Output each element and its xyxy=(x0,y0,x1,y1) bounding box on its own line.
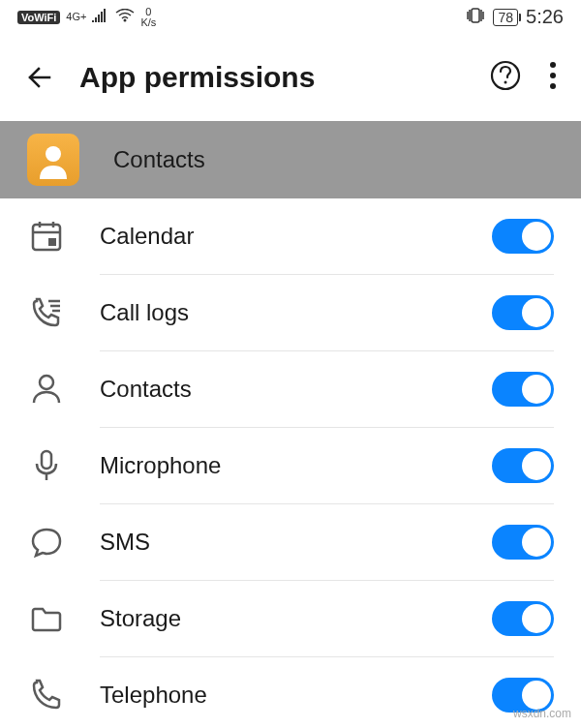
svg-rect-1 xyxy=(472,9,479,22)
permission-label: SMS xyxy=(100,529,458,556)
data-speed: 0 K/s xyxy=(140,7,156,28)
page-title: App permissions xyxy=(79,61,465,94)
app-icon xyxy=(27,134,79,186)
permission-label: Calendar xyxy=(100,223,458,250)
help-button[interactable] xyxy=(489,59,522,96)
contacts-icon xyxy=(27,372,66,407)
permission-list: Calendar Call logs Contacts Microphone S… xyxy=(0,198,581,728)
permission-row-contacts: Contacts xyxy=(0,351,581,427)
call-log-icon xyxy=(27,295,66,330)
permission-row-calendar: Calendar xyxy=(0,198,581,274)
watermark: wsxdn.com xyxy=(513,707,571,720)
signal-icon xyxy=(92,9,109,26)
permission-row-microphone: Microphone xyxy=(0,428,581,503)
svg-rect-8 xyxy=(33,225,60,250)
clock: 5:26 xyxy=(526,6,564,28)
permission-row-storage: Storage xyxy=(0,581,581,656)
permission-toggle-microphone[interactable] xyxy=(492,448,554,483)
permission-toggle-calendar[interactable] xyxy=(492,219,554,254)
help-icon xyxy=(489,59,522,92)
svg-rect-10 xyxy=(48,238,56,246)
permission-row-sms: SMS xyxy=(0,504,581,580)
sms-icon xyxy=(27,525,66,560)
wifi-icon xyxy=(115,9,135,26)
svg-point-4 xyxy=(550,62,556,68)
svg-point-0 xyxy=(124,18,127,21)
contacts-app-icon xyxy=(34,140,73,179)
permission-toggle-calllogs[interactable] xyxy=(492,295,554,330)
permission-toggle-sms[interactable] xyxy=(492,525,554,560)
permission-toggle-contacts[interactable] xyxy=(492,372,554,407)
permission-label: Telephone xyxy=(100,682,458,709)
permission-row-telephone: Telephone xyxy=(0,657,581,728)
permission-label: Storage xyxy=(100,605,458,632)
permission-toggle-storage[interactable] xyxy=(492,601,554,636)
svg-point-7 xyxy=(46,146,61,162)
battery-indicator: 78 xyxy=(493,9,518,26)
permission-row-calllogs: Call logs xyxy=(0,275,581,350)
permission-label: Contacts xyxy=(100,376,458,403)
status-left: VoWiFi 4G+ 0 K/s xyxy=(17,7,156,28)
network-type: 4G+ xyxy=(66,12,86,22)
overflow-menu-button[interactable] xyxy=(549,61,557,94)
storage-icon xyxy=(27,601,66,636)
vowifi-badge: VoWiFi xyxy=(17,11,60,24)
more-vert-icon xyxy=(549,61,557,90)
permission-label: Microphone xyxy=(100,452,458,479)
svg-rect-17 xyxy=(42,451,51,469)
telephone-icon xyxy=(27,678,66,713)
permission-label: Call logs xyxy=(100,299,458,326)
app-name: Contacts xyxy=(113,146,205,173)
svg-point-3 xyxy=(505,81,507,84)
status-right: 78 5:26 xyxy=(466,6,564,28)
svg-point-6 xyxy=(550,83,556,89)
status-bar: VoWiFi 4G+ 0 K/s 78 5:26 xyxy=(0,0,581,34)
arrow-left-icon xyxy=(24,62,55,93)
vibrate-icon xyxy=(466,7,485,28)
svg-point-5 xyxy=(550,73,556,78)
calendar-icon xyxy=(27,219,66,254)
microphone-icon xyxy=(27,448,66,483)
svg-point-16 xyxy=(40,376,53,389)
header: App permissions xyxy=(0,34,581,121)
back-button[interactable] xyxy=(24,62,55,93)
app-header-row: Contacts xyxy=(0,121,581,198)
